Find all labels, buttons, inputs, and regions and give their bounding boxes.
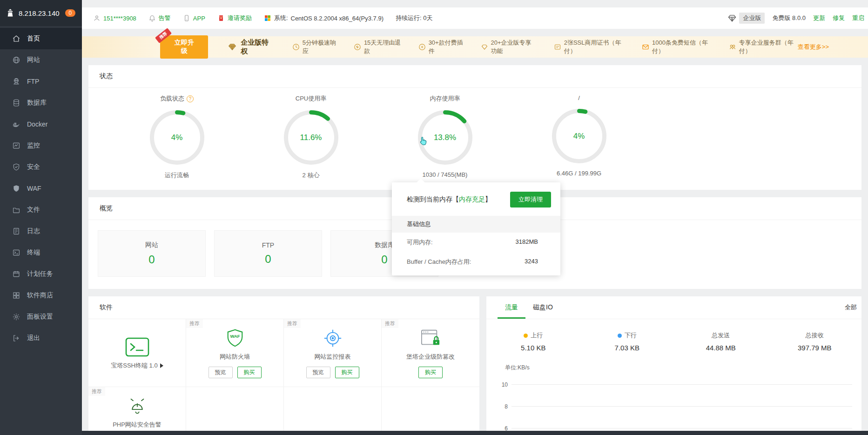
baota-panel: 8.218.23.140 0 首页 网站 FTP 数据库 Docker [0, 0, 868, 435]
software-item-tamper-proof[interactable]: 推荐 堡塔企业级防篡改 购买 [382, 319, 479, 387]
sidebar-item-database[interactable]: 数据库 [0, 92, 82, 114]
gauge-memory[interactable]: 内存使用率 13.8% 1030 / 7455(MB) [378, 94, 512, 180]
calendar-icon [12, 270, 20, 278]
play-icon[interactable] [160, 363, 163, 368]
gauge-disk-root[interactable]: / 4% 6.46G / 199.99G [512, 94, 646, 180]
version-text: 免费版 8.0.0 [772, 14, 806, 22]
gear-icon [12, 313, 20, 321]
service-group-icon [729, 43, 736, 51]
red-packet-icon [217, 14, 225, 22]
status-title: 状态 [88, 65, 861, 88]
system-value: CentOS 8.2.2004 x86_64(Py3.7.9) [291, 15, 384, 22]
help-icon[interactable]: ? [187, 95, 194, 102]
software-card: 软件 宝塔SSH终端 1.0 推荐 WAF [88, 296, 479, 435]
stat-upstream: 上行 5.10 KB [486, 331, 580, 352]
sidebar-item-docker[interactable]: Docker [0, 114, 82, 135]
promo-feature: 1000条免费短信（年付） [642, 39, 712, 55]
edition-badge: 企业版 [739, 13, 765, 24]
promo-feature: 15天无理由退款 [354, 39, 402, 55]
folder-icon [12, 206, 20, 214]
gauge-value: 11.6% [282, 108, 340, 167]
basic-info-header: 基础信息 [392, 216, 560, 233]
tab-traffic[interactable]: 流量 [498, 296, 525, 319]
sidebar-item-terminal[interactable]: 终端 [0, 242, 82, 263]
overview-card-website[interactable]: 网站 0 [98, 230, 206, 277]
sidebar-item-cron[interactable]: 计划任务 [0, 263, 82, 285]
buy-button[interactable]: 购买 [418, 367, 443, 378]
recommend-tag: 推荐 [284, 319, 301, 328]
sidebar-item-logout[interactable]: 退出 [0, 328, 82, 349]
monitor-report-icon [323, 328, 343, 349]
sidebar-item-waf[interactable]: WAF [0, 178, 82, 199]
baota-logo-icon [6, 8, 15, 18]
software-title: 软件 [88, 296, 479, 319]
sidebar-item-label: 首页 [27, 34, 40, 43]
see-more-link[interactable]: 查看更多>> [798, 43, 829, 51]
stat-total-received: 总接收 397.79 MB [768, 331, 862, 352]
svg-text:WAF: WAF [230, 334, 240, 339]
alarm-link[interactable]: 告警 [148, 14, 171, 22]
buy-button[interactable]: 购买 [237, 367, 262, 378]
promo-feature: 20+企业版专享功能 [481, 39, 537, 55]
restart-link[interactable]: 重启 [852, 14, 864, 22]
sidebar-item-label: 退出 [27, 334, 40, 342]
sidebar-item-security[interactable]: 安全 [0, 156, 82, 178]
promo-feature: 专享企业服务群（年付） [729, 39, 798, 55]
recommend-tag: 推荐 [88, 387, 105, 396]
sidebar-item-website[interactable]: 网站 [0, 49, 82, 71]
message-count-badge[interactable]: 0 [65, 9, 76, 17]
plugin-icon [418, 43, 426, 51]
app-link[interactable]: APP [183, 14, 205, 22]
ssl-cert-icon [554, 43, 561, 51]
bottom-row: 软件 宝塔SSH终端 1.0 推荐 WAF [88, 296, 861, 435]
alarm-label: 告警 [159, 14, 171, 22]
software-item-waf[interactable]: 推荐 WAF 网站防火墙 预览 购买 [186, 319, 284, 387]
sidebar-item-logs[interactable]: 日志 [0, 221, 82, 242]
gauge-sub: 运行流畅 [165, 171, 189, 180]
repair-link[interactable]: 修复 [833, 14, 845, 22]
store-icon [12, 291, 20, 300]
sidebar-item-label: 数据库 [27, 99, 47, 107]
gauge-cpu[interactable]: CPU使用率 11.6% 2 核心 [244, 94, 378, 180]
account-link[interactable]: 151****3908 [93, 14, 136, 22]
stat-downstream: 下行 7.03 KB [580, 331, 674, 352]
bottom-strip [82, 431, 868, 435]
server-info[interactable]: 8.218.23.140 0 [0, 0, 82, 26]
preview-button[interactable]: 预览 [306, 367, 330, 378]
update-link[interactable]: 更新 [813, 14, 825, 22]
gauge-sub: 2 核心 [303, 171, 320, 180]
recommend-tag: 推荐 [186, 319, 203, 328]
clean-memory-button[interactable]: 立即清理 [510, 192, 551, 207]
ssh-terminal-icon [125, 336, 149, 358]
gauge-load[interactable]: 负载状态 ? 4% 运行流畅 [110, 94, 244, 180]
software-item-monitor-report[interactable]: 推荐 网站监控报表 预览 购买 [284, 319, 382, 387]
all-filter[interactable]: 全部 [845, 303, 857, 312]
sidebar-item-ftp[interactable]: FTP [0, 71, 82, 92]
y-tick: 10 [498, 381, 508, 388]
overview-card-ftp[interactable]: FTP 0 [214, 230, 322, 277]
sidebar-item-label: 日志 [27, 227, 40, 235]
sidebar-item-appstore[interactable]: 软件商店 [0, 285, 82, 306]
tab-disk-io[interactable]: 磁盘IO [525, 296, 560, 319]
sidebar-item-label: WAF [27, 185, 41, 192]
tamper-proof-icon [420, 328, 441, 349]
buffer-cache-row: Buffer / Cache内存占用: 3243 [392, 252, 560, 272]
sidebar-item-settings[interactable]: 面板设置 [0, 306, 82, 328]
software-item-ssh-terminal[interactable]: 宝塔SSH终端 1.0 [88, 319, 186, 387]
sidebar-item-monitor[interactable]: 监控 [0, 135, 82, 156]
gauge-ring: 4% [550, 107, 608, 165]
gauge-label: 负载状态 [160, 94, 184, 103]
software-item-php-alarm[interactable]: 推荐 PHP网站安全告警 购买 [88, 387, 186, 435]
waf-shield-icon: WAF [225, 328, 245, 349]
buy-button[interactable]: 购买 [335, 367, 359, 378]
preview-button[interactable]: 预览 [209, 367, 233, 378]
phone-icon [183, 14, 190, 22]
overview-value: 0 [148, 253, 155, 266]
invite-link[interactable]: 邀请奖励 [217, 14, 252, 22]
upgrade-button[interactable]: 推荐 立即升级 [160, 35, 208, 59]
sidebar-item-files[interactable]: 文件 [0, 199, 82, 221]
software-name: 宝塔SSH终端 1.0 [111, 361, 157, 370]
sidebar-item-home[interactable]: 首页 [0, 28, 82, 49]
y-tick: 8 [498, 403, 508, 410]
edition-switch[interactable]: 企业版 [727, 13, 765, 24]
